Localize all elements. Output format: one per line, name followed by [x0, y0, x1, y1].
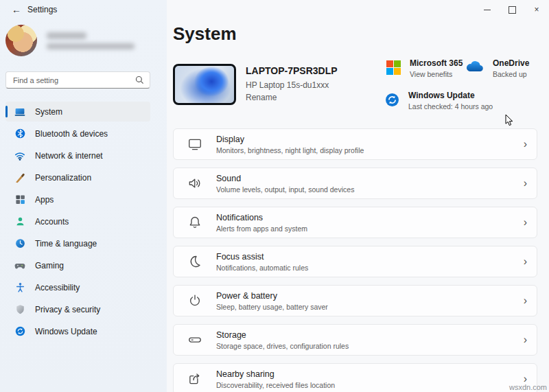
row-power-battery[interactable]: Power & battery Sleep, battery usage, ba… — [173, 285, 537, 316]
row-notifications[interactable]: Notifications Alerts from apps and syste… — [173, 207, 537, 238]
settings-list: Display Monitors, brightness, night ligh… — [173, 128, 537, 392]
sidebar-item-bluetooth-devices[interactable]: Bluetooth & devices — [5, 124, 150, 143]
chevron-right-icon: › — [524, 139, 527, 150]
shield-icon — [14, 304, 25, 315]
status-microsoft-365[interactable]: Microsoft 365 View benefits — [386, 58, 463, 78]
chevron-right-icon: › — [524, 178, 527, 189]
user-name-blurred — [47, 32, 135, 49]
device-header: LAPTOP-7PSR3DLP HP Laptop 15s-du1xxx Ren… — [173, 64, 338, 105]
windows-update-icon — [14, 326, 25, 337]
row-subtitle: Volume levels, output, input, sound devi… — [216, 185, 524, 194]
sidebar-item-system[interactable]: System — [5, 102, 150, 122]
clock-globe-icon — [14, 238, 25, 249]
microsoft-logo-icon — [386, 60, 401, 75]
share-icon — [187, 371, 202, 387]
sidebar-item-label: Gaming — [35, 261, 64, 270]
status-text: Windows Update Last checked: 4 hours ago — [408, 91, 493, 111]
user-name-blur-bar — [47, 32, 86, 39]
status-windows-update[interactable]: Windows Update Last checked: 4 hours ago — [385, 91, 493, 111]
search-icon — [135, 76, 144, 84]
row-title: Notifications — [216, 213, 524, 222]
row-text: Storage Storage space, drives, configura… — [216, 330, 524, 350]
row-subtitle: Monitors, brightness, night light, displ… — [216, 146, 524, 154]
sidebar-item-windows-update[interactable]: Windows Update — [5, 321, 150, 341]
row-display[interactable]: Display Monitors, brightness, night ligh… — [173, 128, 537, 160]
person-icon — [14, 216, 25, 227]
status-title: Microsoft 365 — [410, 58, 463, 68]
watermark: wsxdn.com — [509, 383, 547, 391]
sidebar-item-label: Windows Update — [35, 327, 97, 336]
status-subtitle[interactable]: View benefits — [410, 70, 463, 78]
system-icon — [14, 106, 25, 117]
row-text: Display Monitors, brightness, night ligh… — [216, 135, 524, 154]
status-subtitle: Backed up — [493, 70, 529, 78]
status-text: OneDrive Backed up — [493, 58, 529, 78]
sidebar-item-network-internet[interactable]: Network & internet — [5, 146, 150, 165]
row-sound[interactable]: Sound Volume levels, output, input, soun… — [173, 168, 537, 199]
status-text: Microsoft 365 View benefits — [410, 58, 463, 78]
device-name: LAPTOP-7PSR3DLP — [246, 65, 338, 76]
bell-icon — [187, 215, 202, 230]
row-title: Display — [216, 135, 524, 144]
window-title: Settings — [27, 5, 57, 14]
sidebar-item-privacy-security[interactable]: Privacy & security — [5, 299, 150, 319]
sidebar-item-label: System — [35, 107, 62, 117]
user-profile[interactable] — [5, 25, 135, 56]
row-text: Power & battery Sleep, battery usage, ba… — [216, 291, 524, 311]
row-text: Nearby sharing Discoverability, received… — [216, 369, 524, 389]
row-subtitle: Alerts from apps and system — [216, 224, 524, 233]
device-image — [173, 64, 236, 105]
main-content: System LAPTOP-7PSR3DLP HP Laptop 15s-du1… — [172, 0, 549, 392]
status-onedrive[interactable]: OneDrive Backed up — [465, 58, 529, 78]
sidebar-item-label: Privacy & security — [35, 305, 100, 314]
chevron-right-icon: › — [524, 334, 527, 345]
status-subtitle: Last checked: 4 hours ago — [408, 102, 493, 111]
onedrive-cloud-icon — [465, 60, 484, 72]
status-title: OneDrive — [493, 58, 529, 68]
row-subtitle: Sleep, battery usage, battery saver — [216, 303, 524, 311]
row-text: Sound Volume levels, output, input, soun… — [216, 174, 524, 194]
chevron-right-icon: › — [524, 295, 527, 306]
sidebar-item-label: Accessibility — [35, 283, 80, 292]
sidebar-item-accounts[interactable]: Accounts — [5, 211, 150, 231]
wifi-icon — [14, 150, 25, 161]
search-box — [5, 71, 150, 89]
row-title: Focus assist — [216, 252, 524, 262]
sidebar-item-accessibility[interactable]: Accessibility — [5, 277, 150, 297]
moon-icon — [187, 254, 202, 269]
power-icon — [187, 293, 202, 308]
avatar — [5, 25, 37, 56]
page-title: System — [173, 23, 237, 45]
row-nearby-sharing[interactable]: Nearby sharing Discoverability, received… — [173, 363, 537, 392]
sidebar-item-label: Time & language — [35, 239, 97, 249]
ms-logo-blue — [386, 68, 393, 75]
sidebar-item-label: Personalization — [35, 173, 91, 183]
sidebar-item-personalization[interactable]: Personalization — [5, 168, 150, 187]
sidebar-item-label: Bluetooth & devices — [35, 129, 108, 139]
windows-update-status-icon — [385, 93, 399, 107]
row-text: Notifications Alerts from apps and syste… — [216, 213, 524, 233]
display-icon — [187, 137, 202, 152]
search-input[interactable] — [6, 76, 135, 84]
sidebar-item-apps[interactable]: Apps — [5, 189, 150, 209]
chevron-right-icon: › — [524, 217, 527, 228]
ms-logo-green — [394, 60, 401, 67]
sidebar-item-gaming[interactable]: Gaming — [5, 255, 150, 275]
row-focus-assist[interactable]: Focus assist Notifications, automatic ru… — [173, 246, 537, 277]
back-button[interactable]: ← — [10, 3, 23, 16]
sound-icon — [187, 176, 202, 191]
sidebar: ← Settings System — [0, 0, 167, 392]
row-storage[interactable]: Storage Storage space, drives, configura… — [173, 324, 537, 356]
sidebar-item-label: Network & internet — [35, 151, 103, 161]
row-subtitle: Storage space, drives, configuration rul… — [216, 342, 524, 350]
rename-link[interactable]: Rename — [246, 93, 338, 102]
paintbrush-icon — [14, 172, 25, 183]
row-subtitle: Discoverability, received files location — [216, 381, 524, 389]
sidebar-item-time-language[interactable]: Time & language — [5, 233, 150, 253]
storage-drive-icon — [187, 332, 202, 347]
settings-window: ← Settings System — [0, 0, 549, 392]
bluetooth-icon — [14, 128, 25, 139]
chevron-right-icon: › — [524, 256, 527, 267]
row-title: Nearby sharing — [216, 369, 524, 379]
user-email-blur-bar — [47, 43, 135, 49]
